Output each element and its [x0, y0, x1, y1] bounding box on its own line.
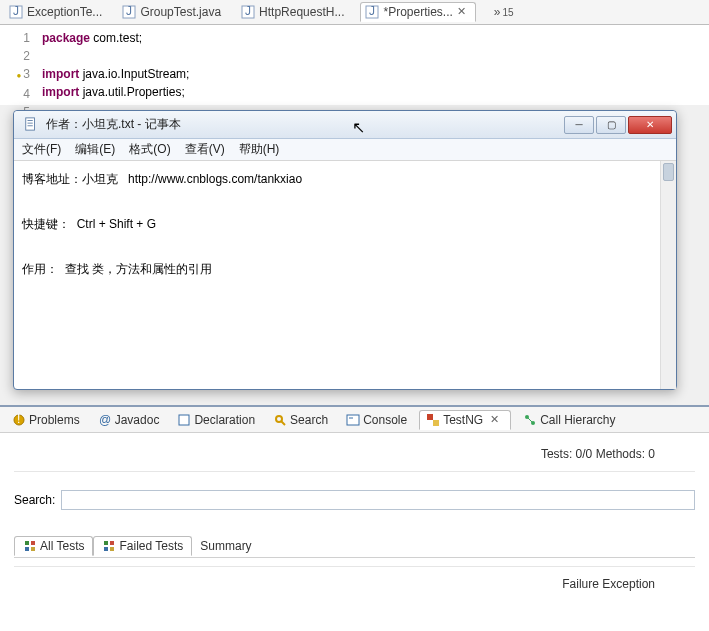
- test-status: Tests: 0/0 Methods: 0: [14, 441, 695, 472]
- maximize-button[interactable]: ▢: [596, 116, 626, 134]
- tab-summary[interactable]: Summary: [192, 537, 259, 555]
- svg-rect-21: [433, 420, 439, 426]
- tests-icon: [102, 539, 116, 553]
- tab-failed-tests[interactable]: Failed Tests: [93, 536, 192, 556]
- testng-icon: [426, 413, 440, 427]
- editor-tab-label: GroupTest.java: [140, 5, 221, 19]
- svg-text:J: J: [245, 5, 251, 18]
- svg-rect-25: [25, 541, 29, 545]
- menu-help[interactable]: 帮助(H): [239, 141, 280, 158]
- mouse-cursor-icon: ↖: [352, 118, 365, 137]
- scroll-thumb[interactable]: [663, 163, 674, 181]
- svg-rect-28: [31, 547, 35, 551]
- search-label: Search:: [14, 493, 55, 507]
- chevron-right-icon: »: [494, 5, 501, 19]
- svg-line-24: [528, 418, 532, 422]
- java-file-icon: J: [122, 5, 136, 19]
- svg-rect-27: [25, 547, 29, 551]
- window-title: 作者：小坦克.txt - 记事本: [46, 116, 564, 133]
- editor-tab-grouptest[interactable]: J GroupTest.java: [118, 3, 225, 21]
- menu-edit[interactable]: 编辑(E): [75, 141, 115, 158]
- vertical-scrollbar[interactable]: [660, 161, 676, 389]
- svg-line-17: [281, 421, 285, 425]
- code-content[interactable]: package com.test; import java.io.InputSt…: [36, 25, 195, 105]
- overflow-count: 15: [503, 7, 514, 18]
- views-tab-bar: !Problems @Javadoc Declaration Search Co…: [0, 407, 709, 433]
- svg-rect-20: [427, 414, 433, 420]
- code-editor[interactable]: 1 2 3 4 5 package com.test; import java.…: [0, 25, 709, 105]
- java-file-icon: J: [365, 5, 379, 19]
- svg-rect-31: [104, 547, 108, 551]
- failure-exception-label: Failure Exception: [14, 566, 695, 591]
- tab-console[interactable]: Console: [340, 411, 413, 429]
- svg-rect-8: [26, 117, 35, 129]
- testng-view: Tests: 0/0 Methods: 0 Search: All Tests …: [0, 433, 709, 599]
- line-gutter: 1 2 3 4 5: [0, 25, 36, 105]
- menubar: 文件(F) 编辑(E) 格式(O) 查看(V) 帮助(H): [14, 139, 676, 161]
- declaration-icon: [177, 413, 191, 427]
- editor-tab-label: HttpRequestH...: [259, 5, 344, 19]
- search-icon: [273, 413, 287, 427]
- svg-rect-18: [347, 415, 359, 425]
- tab-search[interactable]: Search: [267, 411, 334, 429]
- result-tab-bar: All Tests Failed Tests Summary: [14, 534, 695, 558]
- editor-tab-httprequest[interactable]: J HttpRequestH...: [237, 3, 348, 21]
- tab-call-hierarchy[interactable]: Call Hierarchy: [517, 411, 621, 429]
- editor-tab-bar: J ExceptionTe... J GroupTest.java J Http…: [0, 0, 709, 25]
- notepad-icon: [24, 117, 40, 133]
- tab-declaration[interactable]: Declaration: [171, 411, 261, 429]
- svg-rect-15: [179, 415, 189, 425]
- svg-rect-30: [110, 541, 114, 545]
- svg-rect-29: [104, 541, 108, 545]
- tab-problems[interactable]: !Problems: [6, 411, 86, 429]
- editor-tab-label: *Properties...: [383, 5, 452, 19]
- search-input[interactable]: [61, 490, 695, 510]
- svg-text:J: J: [13, 5, 19, 18]
- menu-format[interactable]: 格式(O): [129, 141, 170, 158]
- tab-overflow-button[interactable]: »15: [494, 5, 514, 19]
- notepad-text-area[interactable]: 博客地址：小坦克 http://www.cnblogs.com/tankxiao…: [14, 161, 676, 389]
- javadoc-icon: @: [98, 413, 112, 427]
- tab-testng[interactable]: TestNG✕: [419, 410, 511, 430]
- svg-rect-32: [110, 547, 114, 551]
- minimize-button[interactable]: ─: [564, 116, 594, 134]
- tests-icon: [23, 539, 37, 553]
- java-file-icon: J: [9, 5, 23, 19]
- svg-text:!: !: [17, 413, 20, 426]
- menu-file[interactable]: 文件(F): [22, 141, 61, 158]
- titlebar[interactable]: 作者：小坦克.txt - 记事本 ↖ ─ ▢ ✕: [14, 111, 676, 139]
- call-hierarchy-icon: [523, 413, 537, 427]
- editor-tab-exception[interactable]: J ExceptionTe...: [5, 3, 106, 21]
- tab-all-tests[interactable]: All Tests: [14, 536, 93, 556]
- svg-text:J: J: [369, 5, 375, 18]
- svg-rect-26: [31, 541, 35, 545]
- svg-text:@: @: [99, 413, 111, 427]
- menu-view[interactable]: 查看(V): [185, 141, 225, 158]
- editor-tab-label: ExceptionTe...: [27, 5, 102, 19]
- views-panel: !Problems @Javadoc Declaration Search Co…: [0, 405, 709, 631]
- close-icon[interactable]: ✕: [490, 413, 504, 427]
- console-icon: [346, 413, 360, 427]
- editor-tab-properties[interactable]: J *Properties... ✕: [360, 2, 475, 22]
- svg-text:J: J: [126, 5, 132, 18]
- java-file-icon: J: [241, 5, 255, 19]
- tab-javadoc[interactable]: @Javadoc: [92, 411, 166, 429]
- close-button[interactable]: ✕: [628, 116, 672, 134]
- close-icon[interactable]: ✕: [457, 5, 471, 19]
- notepad-window: 作者：小坦克.txt - 记事本 ↖ ─ ▢ ✕ 文件(F) 编辑(E) 格式(…: [13, 110, 677, 390]
- problems-icon: !: [12, 413, 26, 427]
